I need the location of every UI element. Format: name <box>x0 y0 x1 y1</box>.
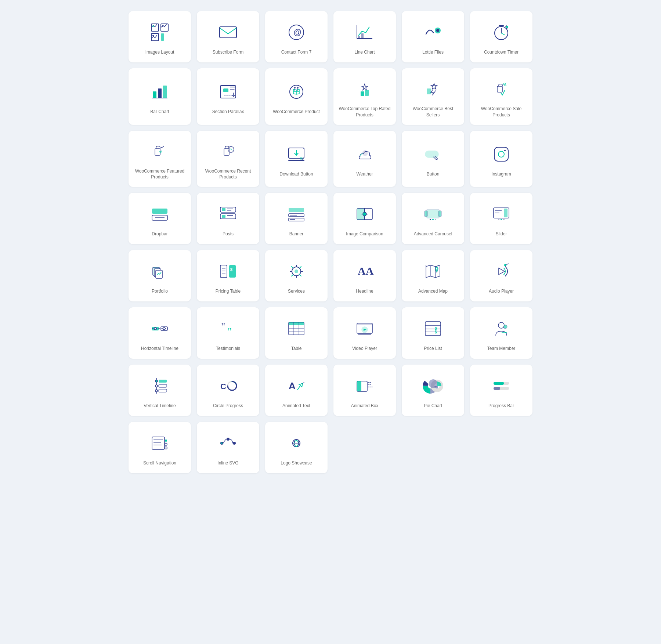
card-contact-form-7[interactable]: @ Contact Form 7 <box>265 11 328 62</box>
card-subscribe-form[interactable]: Subscribe Form <box>197 11 259 62</box>
card-scroll-navigation[interactable]: Scroll Navigation <box>129 422 191 473</box>
svg-point-26 <box>297 87 299 88</box>
pie-chart-icon <box>421 374 445 398</box>
svg-text:%: % <box>503 83 506 87</box>
horizontal-timeline-label: Horizontal Timeline <box>141 345 178 352</box>
woocommerce-sale-icon: % <box>490 77 513 101</box>
card-table[interactable]: Table <box>265 307 328 359</box>
card-images-layout[interactable]: Images Layout <box>129 11 191 62</box>
svg-text:@: @ <box>293 28 301 37</box>
widget-grid: Images Layout Subscribe Form @ Contact F… <box>129 11 532 473</box>
card-headline[interactable]: AA Headline <box>333 250 396 301</box>
svg-text:$: $ <box>435 330 437 334</box>
card-woocommerce-sale[interactable]: % WooCommerce Sale Products <box>470 68 532 125</box>
slider-label: Slider <box>496 231 507 237</box>
svg-point-148 <box>233 442 236 445</box>
banner-label: Banner <box>289 231 304 237</box>
dropbar-icon <box>148 202 171 226</box>
countdown-timer-icon <box>490 21 513 44</box>
svg-rect-29 <box>427 88 431 94</box>
portfolio-icon <box>148 260 171 283</box>
line-chart-label: Line Chart <box>354 49 375 55</box>
card-price-list[interactable]: $ $ Price List <box>402 307 464 359</box>
card-advanced-carousel[interactable]: Advanced Carousel <box>402 193 464 244</box>
card-animated-text[interactable]: A Animated Text <box>265 365 328 416</box>
svg-text:$: $ <box>230 267 232 272</box>
card-video-player[interactable]: Video Player <box>333 307 396 359</box>
contact-form-7-label: Contact Form 7 <box>281 49 312 55</box>
woocommerce-featured-icon <box>148 140 171 163</box>
svg-rect-100 <box>289 322 304 325</box>
card-countdown-timer[interactable]: Countdown Timer <box>470 11 532 62</box>
headline-icon: AA <box>353 260 376 283</box>
card-woocommerce-recent[interactable]: WooCommerce Recent Products <box>197 131 259 187</box>
card-woocommerce-featured[interactable]: WooCommerce Featured Products <box>129 131 191 187</box>
svg-rect-47 <box>222 208 225 211</box>
svg-point-42 <box>504 150 506 151</box>
card-services[interactable]: Services <box>265 250 328 301</box>
animated-text-icon: A <box>285 374 308 398</box>
woocommerce-recent-label: WooCommerce Recent Products <box>201 168 255 181</box>
card-horizontal-timeline[interactable]: Horizontal Timeline <box>129 307 191 359</box>
card-pricing-table[interactable]: $ Pricing Table <box>197 250 259 301</box>
svg-point-15 <box>436 29 439 32</box>
card-download-button[interactable]: Download Button <box>265 131 328 187</box>
scroll-navigation-icon <box>148 431 171 455</box>
card-weather[interactable]: Weather <box>333 131 396 187</box>
svg-point-142 <box>165 443 167 445</box>
audio-player-icon <box>490 260 513 283</box>
card-lottie-files[interactable]: Lottie Files <box>402 11 464 62</box>
card-team-member[interactable]: Team Member <box>470 307 532 359</box>
image-comparison-icon <box>353 202 376 226</box>
card-woocommerce-best-sellers[interactable]: WooCommerce Best Sellers <box>402 68 464 125</box>
card-woocommerce-product[interactable]: WooCommerce Product <box>265 68 328 125</box>
table-icon <box>285 317 308 340</box>
card-image-comparison[interactable]: Image Comparison <box>333 193 396 244</box>
scroll-navigation-label: Scroll Navigation <box>143 460 176 466</box>
card-line-chart[interactable]: Line Chart <box>333 11 396 62</box>
svg-rect-30 <box>497 86 502 92</box>
card-audio-player[interactable]: Audio Player <box>470 250 532 301</box>
svg-rect-0 <box>151 24 159 31</box>
card-pie-chart[interactable]: Pie Chart <box>402 365 464 416</box>
images-layout-label: Images Layout <box>145 49 174 55</box>
animated-text-label: Animated Text <box>282 403 310 409</box>
posts-icon <box>216 202 240 226</box>
line-chart-icon <box>353 21 376 44</box>
card-button[interactable]: Button <box>402 131 464 187</box>
card-section-parallax[interactable]: Section Parallax <box>197 68 259 125</box>
svg-point-5 <box>152 25 154 27</box>
banner-icon <box>285 202 308 226</box>
svg-rect-18 <box>153 91 156 98</box>
images-layout-icon <box>148 21 171 44</box>
card-advanced-map[interactable]: Advanced Map <box>402 250 464 301</box>
svg-point-116 <box>503 325 507 329</box>
card-progress-bar[interactable]: Progress Bar <box>470 365 532 416</box>
card-vertical-timeline[interactable]: Vertical Timeline <box>129 365 191 416</box>
card-circle-progress[interactable]: C Circle Progress <box>197 365 259 416</box>
card-slider[interactable]: Slider <box>470 193 532 244</box>
card-portfolio[interactable]: Portfolio <box>129 250 191 301</box>
lottie-files-label: Lottie Files <box>422 49 444 55</box>
image-comparison-label: Image Comparison <box>346 231 383 237</box>
services-label: Services <box>288 288 305 294</box>
advanced-map-label: Advanced Map <box>418 288 448 294</box>
section-parallax-label: Section Parallax <box>212 109 244 115</box>
card-testimonials[interactable]: " " Testimonials <box>197 307 259 359</box>
svg-rect-122 <box>159 384 167 387</box>
woocommerce-sale-label: WooCommerce Sale Products <box>474 106 528 118</box>
svg-point-118 <box>155 380 158 382</box>
card-banner[interactable]: Banner <box>265 193 328 244</box>
lottie-files-icon <box>421 21 445 44</box>
card-animated-box[interactable]: Animated Box <box>333 365 396 416</box>
card-instagram[interactable]: Instagram <box>470 131 532 187</box>
card-logo-showcase[interactable]: Logo Showcase <box>265 422 328 473</box>
card-posts[interactable]: Posts <box>197 193 259 244</box>
card-bar-chart[interactable]: Bar Chart <box>129 68 191 125</box>
svg-rect-106 <box>357 323 372 325</box>
woocommerce-product-icon <box>285 80 308 104</box>
svg-rect-13 <box>361 33 364 39</box>
card-woocommerce-top-rated[interactable]: WooCommerce Top Rated Products <box>333 68 396 125</box>
card-inline-svg[interactable]: Inline SVG <box>197 422 259 473</box>
card-dropbar[interactable]: Dropbar <box>129 193 191 244</box>
